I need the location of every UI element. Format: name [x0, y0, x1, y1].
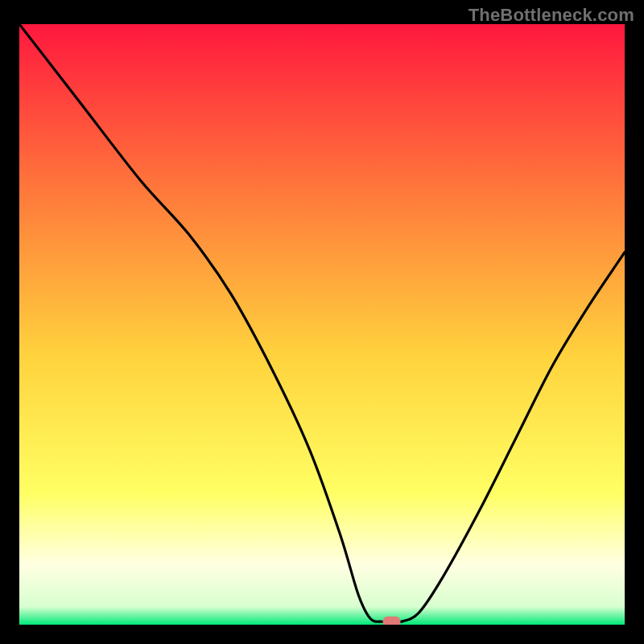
bottleneck-chart: [19, 24, 625, 625]
chart-frame: TheBottleneck.com: [0, 0, 644, 644]
watermark-text: TheBottleneck.com: [469, 5, 634, 26]
plot-area: [19, 24, 625, 625]
optimum-marker: [382, 617, 400, 625]
gradient-background: [19, 24, 625, 625]
